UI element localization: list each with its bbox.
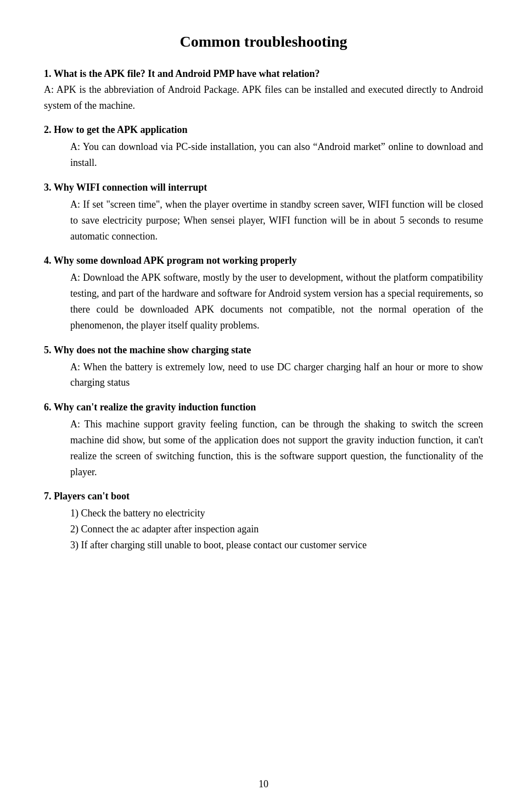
section-1-text: A: APK is the abbreviation of Android Pa… [44,84,483,111]
section-3-heading: 3. Why WIFI connection will interrupt [44,182,483,193]
section-2: 2. How to get the APK application A: You… [44,124,483,171]
section-1-heading: 1. What is the APK file? It and Android … [44,68,320,79]
page-number: 10 [0,778,527,790]
section-7-heading: 7. Players can't boot [44,491,483,502]
section-2-heading: 2. How to get the APK application [44,124,483,136]
page: Common troubleshooting 1. What is the AP… [0,0,527,812]
section-4: 4. Why some download APK program not wor… [44,255,483,333]
section-5: 5. Why does not the machine show chargin… [44,344,483,391]
section-7-list-item-1: 1) Check the battery no electricity [70,505,483,521]
section-6: 6. Why can't realize the gravity inducti… [44,402,483,480]
section-2-body: A: You can download via PC-side installa… [70,139,483,171]
section-6-body: A: This machine support gravity feeling … [70,416,483,480]
section-1-body: 1. What is the APK file? It and Android … [44,66,483,113]
page-title: Common troubleshooting [44,33,483,51]
section-7-list-item-2: 2) Connect the ac adapter after inspecti… [70,521,483,537]
section-1: 1. What is the APK file? It and Android … [44,66,483,113]
section-4-body: A: Download the APK software, mostly by … [70,270,483,333]
section-6-heading: 6. Why can't realize the gravity inducti… [44,402,483,413]
section-3-body: A: If set "screen time", when the player… [70,197,483,244]
section-7: 7. Players can't boot 1) Check the batte… [44,491,483,553]
section-5-body: A: When the battery is extremely low, ne… [70,359,483,391]
section-5-heading: 5. Why does not the machine show chargin… [44,344,483,356]
section-3: 3. Why WIFI connection will interrupt A:… [44,182,483,244]
section-4-heading: 4. Why some download APK program not wor… [44,255,483,266]
section-7-list-item-3: 3) If after charging still unable to boo… [70,537,483,553]
